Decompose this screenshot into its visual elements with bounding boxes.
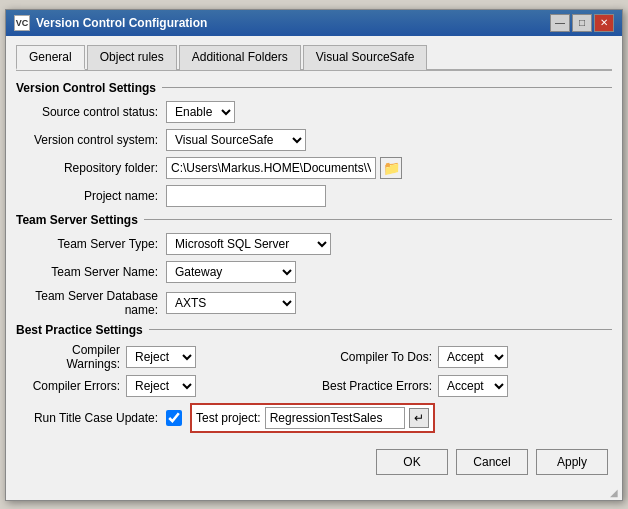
section-divider — [162, 87, 612, 88]
ok-button[interactable]: OK — [376, 449, 448, 475]
test-project-label: Test project: — [196, 411, 261, 425]
best-practice-divider — [149, 329, 612, 330]
repository-folder-input[interactable]: C:\Users\Markus.HOME\Documents\VSS — [166, 157, 376, 179]
version-control-section-title: Version Control Settings — [16, 81, 162, 95]
best-practice-section-title: Best Practice Settings — [16, 323, 149, 337]
apply-button[interactable]: Apply — [536, 449, 608, 475]
test-project-group: Test project: ↵ — [190, 403, 435, 433]
dialog-content: General Object rules Additional Folders … — [6, 36, 622, 485]
compiler-warnings-label: Compiler Warnings: — [16, 343, 126, 371]
tab-bar: General Object rules Additional Folders … — [16, 44, 612, 71]
compiler-todos-select[interactable]: Accept Reject Ignore — [438, 346, 508, 368]
project-name-label: Project name: — [16, 189, 166, 203]
compiler-errors-label: Compiler Errors: — [16, 379, 126, 393]
repository-folder-control: C:\Users\Markus.HOME\Documents\VSS 📁 — [166, 157, 402, 179]
title-controls: — □ ✕ — [550, 14, 614, 32]
compiler-todos-label: Compiler To Dos: — [318, 350, 438, 364]
compiler-errors-row: Compiler Errors: Reject Accept Ignore — [16, 375, 310, 397]
test-project-lookup-button[interactable]: ↵ — [409, 408, 429, 428]
team-server-name-select[interactable]: Gateway — [166, 261, 296, 283]
team-server-name-row: Team Server Name: Gateway — [16, 261, 612, 283]
version-control-system-label: Version control system: — [16, 133, 166, 147]
team-server-section-title: Team Server Settings — [16, 213, 144, 227]
repository-folder-label: Repository folder: — [16, 161, 166, 175]
project-name-row: Project name: — [16, 185, 612, 207]
team-server-section-header: Team Server Settings — [16, 213, 612, 227]
team-server-type-control: Microsoft SQL Server Oracle — [166, 233, 331, 255]
version-control-system-select[interactable]: Visual SourceSafe None — [166, 129, 306, 151]
browse-folder-button[interactable]: 📁 — [380, 157, 402, 179]
window-title: Version Control Configuration — [36, 16, 207, 30]
team-server-name-label: Team Server Name: — [16, 265, 166, 279]
team-server-type-label: Team Server Type: — [16, 237, 166, 251]
team-server-type-select[interactable]: Microsoft SQL Server Oracle — [166, 233, 331, 255]
best-practice-grid: Compiler Warnings: Reject Accept Ignore … — [16, 343, 612, 397]
team-server-divider — [144, 219, 612, 220]
best-practice-errors-label: Best Practice Errors: — [318, 379, 438, 393]
repository-folder-row: Repository folder: C:\Users\Markus.HOME\… — [16, 157, 612, 179]
compiler-errors-select[interactable]: Reject Accept Ignore — [126, 375, 196, 397]
title-bar-left: VC Version Control Configuration — [14, 15, 207, 31]
team-server-type-row: Team Server Type: Microsoft SQL Server O… — [16, 233, 612, 255]
version-control-system-row: Version control system: Visual SourceSaf… — [16, 129, 612, 151]
compiler-warnings-row: Compiler Warnings: Reject Accept Ignore — [16, 343, 310, 371]
run-title-case-row: Run Title Case Update: Test project: ↵ — [16, 403, 612, 433]
version-control-system-control: Visual SourceSafe None — [166, 129, 306, 151]
run-title-case-label: Run Title Case Update: — [16, 411, 166, 425]
best-practice-section-header: Best Practice Settings — [16, 323, 612, 337]
bottom-buttons: OK Cancel Apply — [16, 449, 612, 475]
team-server-db-control: AXTS — [166, 292, 296, 314]
source-control-status-select[interactable]: Enable Disable — [166, 101, 235, 123]
team-server-db-label: Team Server Database name: — [16, 289, 166, 317]
maximize-button[interactable]: □ — [572, 14, 592, 32]
tab-visual-sourcesafe[interactable]: Visual SourceSafe — [303, 45, 428, 70]
window-icon: VC — [14, 15, 30, 31]
title-bar: VC Version Control Configuration — □ ✕ — [6, 10, 622, 36]
source-control-status-label: Source control status: — [16, 105, 166, 119]
tab-object-rules[interactable]: Object rules — [87, 45, 177, 70]
tab-additional-folders[interactable]: Additional Folders — [179, 45, 301, 70]
minimize-button[interactable]: — — [550, 14, 570, 32]
team-server-db-row: Team Server Database name: AXTS — [16, 289, 612, 317]
source-control-status-control: Enable Disable — [166, 101, 235, 123]
source-control-status-row: Source control status: Enable Disable — [16, 101, 612, 123]
dialog-window: VC Version Control Configuration — □ ✕ G… — [5, 9, 623, 501]
compiler-warnings-select[interactable]: Reject Accept Ignore — [126, 346, 196, 368]
version-control-section-header: Version Control Settings — [16, 81, 612, 95]
best-practice-errors-row: Best Practice Errors: Accept Reject Igno… — [318, 375, 612, 397]
close-button[interactable]: ✕ — [594, 14, 614, 32]
project-name-input[interactable] — [166, 185, 326, 207]
cancel-button[interactable]: Cancel — [456, 449, 528, 475]
project-name-control — [166, 185, 326, 207]
tab-general[interactable]: General — [16, 45, 85, 70]
team-server-db-select[interactable]: AXTS — [166, 292, 296, 314]
best-practice-errors-select[interactable]: Accept Reject Ignore — [438, 375, 508, 397]
test-project-input[interactable] — [265, 407, 405, 429]
team-server-name-control: Gateway — [166, 261, 296, 283]
resize-handle[interactable]: ◢ — [6, 485, 622, 500]
run-title-case-checkbox[interactable] — [166, 410, 182, 426]
compiler-todos-row: Compiler To Dos: Accept Reject Ignore — [318, 343, 612, 371]
